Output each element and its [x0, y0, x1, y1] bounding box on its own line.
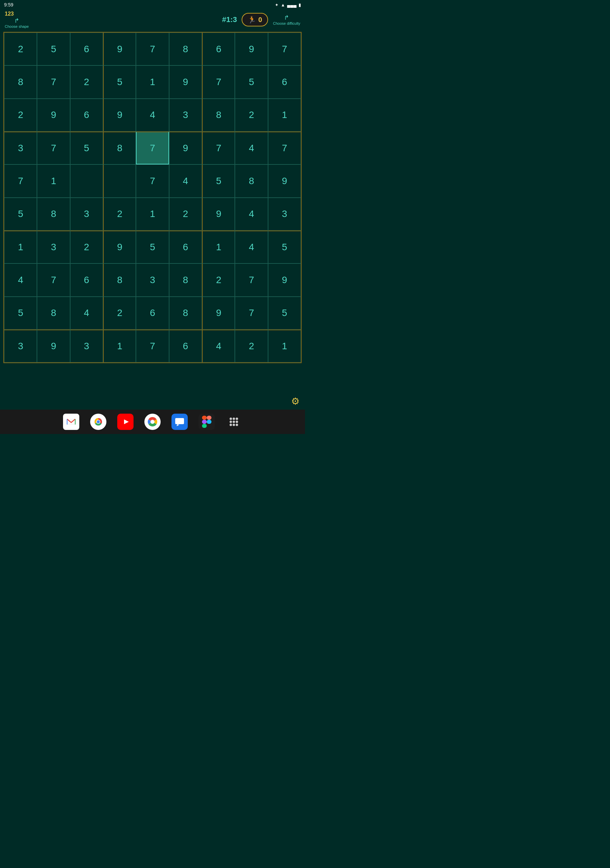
grid-cell[interactable]: 7: [235, 297, 268, 330]
grid-cell[interactable]: 3: [4, 330, 37, 363]
grid-cell[interactable]: 8: [4, 65, 37, 98]
grid-cell[interactable]: 2: [235, 330, 268, 363]
grid-cell[interactable]: 2: [70, 231, 103, 264]
grid-cell[interactable]: 7: [136, 33, 169, 65]
nav-messages[interactable]: [172, 414, 188, 430]
grid-cell[interactable]: 8: [235, 164, 268, 197]
grid-cell[interactable]: 9: [268, 164, 301, 197]
nav-photos[interactable]: [144, 414, 161, 430]
grid-cell[interactable]: 8: [103, 132, 136, 164]
grid-cell[interactable]: 1: [37, 164, 70, 197]
nav-gmail[interactable]: [63, 414, 79, 430]
grid-cell[interactable]: 9: [169, 65, 202, 98]
grid-cell[interactable]: 4: [169, 164, 202, 197]
grid-cell[interactable]: 5: [268, 231, 301, 264]
choose-shape-button[interactable]: ↱ Choose shape: [5, 17, 29, 28]
grid-cell[interactable]: 3: [169, 99, 202, 132]
grid-cell[interactable]: 9: [37, 330, 70, 363]
grid-cell[interactable]: 2: [169, 198, 202, 231]
grid-cell[interactable]: 8: [202, 99, 235, 132]
grid-cell[interactable]: 4: [202, 330, 235, 363]
grid-cell[interactable]: 5: [103, 65, 136, 98]
grid-cell[interactable]: 8: [37, 297, 70, 330]
grid-cell[interactable]: 8: [169, 264, 202, 296]
grid-cell[interactable]: 7: [136, 164, 169, 197]
grid-cell[interactable]: 2: [70, 65, 103, 98]
grid-cell[interactable]: [70, 164, 103, 197]
grid-cell[interactable]: 9: [103, 33, 136, 65]
grid-cell[interactable]: 3: [70, 330, 103, 363]
grid-cell[interactable]: 5: [268, 297, 301, 330]
grid-cell[interactable]: 2: [103, 297, 136, 330]
choose-difficulty-button[interactable]: ↱ Choose difficulty: [273, 14, 300, 25]
grid-cell[interactable]: 5: [202, 164, 235, 197]
lives-button[interactable]: 🏃 0: [242, 13, 268, 26]
grid-cell[interactable]: 3: [4, 132, 37, 164]
grid-cell[interactable]: 2: [202, 264, 235, 296]
grid-cell[interactable]: 1: [136, 198, 169, 231]
grid-cell[interactable]: 5: [70, 132, 103, 164]
grid-cell[interactable]: 8: [169, 33, 202, 65]
grid-cell[interactable]: 3: [37, 231, 70, 264]
grid-cell[interactable]: 8: [169, 297, 202, 330]
grid-cell[interactable]: 1: [103, 330, 136, 363]
grid-cell[interactable]: 6: [268, 65, 301, 98]
grid-cell[interactable]: 4: [235, 198, 268, 231]
grid-cell[interactable]: 6: [169, 330, 202, 363]
grid-cell[interactable]: 1: [202, 231, 235, 264]
grid-cell[interactable]: 4: [235, 132, 268, 164]
grid-cell[interactable]: 2: [4, 33, 37, 65]
grid-cell[interactable]: 5: [4, 297, 37, 330]
grid-cell[interactable]: 7: [4, 164, 37, 197]
nav-youtube[interactable]: [117, 414, 133, 430]
grid-cell[interactable]: 7: [235, 264, 268, 296]
grid-cell[interactable]: 6: [136, 297, 169, 330]
grid-cell[interactable]: 7: [268, 132, 301, 164]
grid-cell[interactable]: 9: [103, 231, 136, 264]
grid-cell[interactable]: 1: [136, 65, 169, 98]
grid-cell[interactable]: 5: [4, 198, 37, 231]
grid-cell[interactable]: 5: [235, 65, 268, 98]
grid-cell[interactable]: [103, 164, 136, 197]
grid-cell[interactable]: 1: [4, 231, 37, 264]
grid-cell[interactable]: 6: [70, 99, 103, 132]
nav-figma[interactable]: [198, 414, 215, 430]
grid-cell[interactable]: 3: [268, 198, 301, 231]
grid-cell[interactable]: 8: [37, 198, 70, 231]
grid-cell[interactable]: 7: [37, 65, 70, 98]
grid-cell[interactable]: 4: [70, 297, 103, 330]
grid-cell[interactable]: 9: [37, 99, 70, 132]
grid-cell[interactable]: 8: [103, 264, 136, 296]
grid-cell[interactable]: 3: [70, 198, 103, 231]
grid-cell[interactable]: 9: [268, 264, 301, 296]
grid-cell[interactable]: 2: [103, 198, 136, 231]
grid-cell[interactable]: 3: [136, 264, 169, 296]
grid-cell[interactable]: 5: [136, 231, 169, 264]
grid-cell[interactable]: 6: [202, 33, 235, 65]
grid-cell[interactable]: 7: [202, 65, 235, 98]
grid-cell[interactable]: 7: [136, 330, 169, 363]
grid-cell[interactable]: 2: [235, 99, 268, 132]
grid-cell[interactable]: 1: [268, 99, 301, 132]
grid-cell[interactable]: 9: [202, 198, 235, 231]
grid-cell[interactable]: 6: [169, 231, 202, 264]
grid-cell[interactable]: 7: [136, 132, 169, 164]
grid-cell[interactable]: 9: [103, 99, 136, 132]
grid-cell[interactable]: 4: [235, 231, 268, 264]
grid-cell[interactable]: 2: [4, 99, 37, 132]
grid-cell[interactable]: 4: [136, 99, 169, 132]
grid-cell[interactable]: 9: [202, 297, 235, 330]
grid-cell[interactable]: 7: [37, 132, 70, 164]
grid-cell[interactable]: 9: [235, 33, 268, 65]
grid-cell[interactable]: 6: [70, 33, 103, 65]
grid-cell[interactable]: 7: [37, 264, 70, 296]
grid-cell[interactable]: 1: [268, 330, 301, 363]
grid-cell[interactable]: 7: [202, 132, 235, 164]
nav-chrome[interactable]: [90, 414, 107, 430]
grid-cell[interactable]: 7: [268, 33, 301, 65]
grid-cell[interactable]: 9: [169, 132, 202, 164]
grid-cell[interactable]: 5: [37, 33, 70, 65]
grid-cell[interactable]: 6: [70, 264, 103, 296]
grid-cell[interactable]: 4: [4, 264, 37, 296]
settings-button[interactable]: ⚙: [291, 396, 300, 407]
